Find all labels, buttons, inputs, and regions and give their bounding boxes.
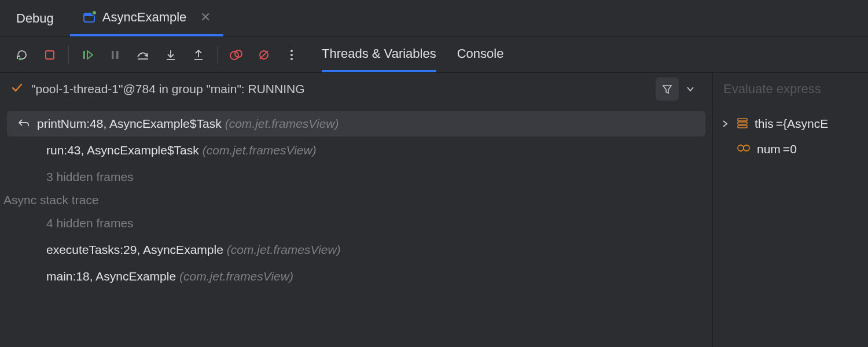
tab-threads-variables[interactable]: Threads & Variables [322, 37, 436, 72]
watches-icon [736, 142, 751, 157]
frame-method: executeTasks:29, AsyncExample [46, 243, 223, 257]
svg-rect-20 [738, 122, 747, 124]
hidden-frames-row[interactable]: 4 hidden frames [7, 211, 705, 236]
more-button[interactable] [280, 43, 303, 67]
thread-selector-bar[interactable]: "pool-1-thread-1"@784 in group "main": R… [0, 73, 712, 105]
run-config-tab[interactable]: AsyncExample ✕ [70, 0, 224, 36]
variable-value: 0 [790, 142, 797, 156]
evaluate-expression-input[interactable]: Evaluate express [713, 73, 868, 105]
pause-button[interactable] [104, 43, 127, 67]
svg-point-23 [744, 145, 749, 151]
svg-point-2 [19, 57, 21, 60]
hidden-frames-label: 3 hidden frames [46, 170, 134, 184]
thread-dropdown-icon[interactable] [679, 77, 702, 101]
svg-point-17 [290, 54, 293, 56]
frames-pane: "pool-1-thread-1"@784 in group "main": R… [0, 73, 713, 347]
variable-row[interactable]: this = {AsyncE [719, 111, 868, 136]
evaluate-placeholder: Evaluate express [723, 82, 821, 97]
frame-method: printNum:48, AsyncExample$Task [37, 117, 222, 131]
frames-list: printNum:48, AsyncExample$Task (com.jet.… [0, 105, 712, 290]
frame-method: run:43, AsyncExample$Task [46, 143, 199, 157]
svg-rect-6 [116, 51, 119, 59]
frame-row[interactable]: run:43, AsyncExample$Task (com.jet.frame… [7, 138, 705, 163]
run-config-label: AsyncExample [102, 10, 187, 25]
variable-eq: = [776, 117, 783, 131]
svg-rect-4 [83, 51, 85, 59]
toolbar-separator [68, 46, 69, 64]
frame-row[interactable]: main:18, AsyncExample (com.jet.framesVie… [7, 264, 705, 289]
mute-breakpoints-button[interactable] [252, 43, 275, 67]
async-section-label: Async stack trace [0, 191, 712, 209]
tab-console[interactable]: Console [457, 37, 504, 72]
application-icon [83, 11, 95, 24]
svg-point-18 [290, 58, 293, 60]
svg-rect-3 [46, 51, 54, 59]
variables-list: this = {AsyncE num = 0 [713, 105, 868, 162]
step-out-button[interactable] [187, 43, 210, 67]
variables-pane: Evaluate express this = {AsyncE num [713, 73, 868, 347]
svg-rect-5 [112, 51, 114, 59]
svg-rect-19 [738, 119, 747, 121]
frame-method: main:18, AsyncExample [46, 270, 176, 283]
object-icon [736, 116, 749, 132]
step-into-button[interactable] [159, 43, 182, 67]
resume-button[interactable] [76, 43, 99, 67]
hidden-frames-row[interactable]: 3 hidden frames [7, 164, 705, 190]
drop-frame-icon[interactable] [17, 116, 30, 132]
hidden-frames-label: 4 hidden frames [46, 216, 134, 230]
frame-package: (com.jet.framesView) [179, 270, 293, 283]
debugger-main: "pool-1-thread-1"@784 in group "main": R… [0, 73, 868, 347]
svg-point-12 [230, 51, 238, 60]
filter-button[interactable] [656, 77, 679, 101]
close-tab-icon[interactable]: ✕ [200, 10, 211, 25]
variable-value: {AsyncE [783, 117, 828, 131]
frame-row[interactable]: printNum:48, AsyncExample$Task (com.jet.… [7, 111, 705, 136]
frame-package: (com.jet.framesView) [227, 243, 341, 257]
variable-row[interactable]: num = 0 [719, 136, 868, 162]
expand-icon[interactable] [721, 117, 730, 131]
step-over-button[interactable] [131, 43, 155, 67]
variable-name: this [755, 117, 774, 131]
svg-point-22 [738, 145, 744, 151]
debug-header-tabs: Debug AsyncExample ✕ [0, 0, 868, 37]
debugger-toolbar: Threads & Variables Console [0, 37, 868, 73]
tool-window-title: Debug [0, 11, 70, 26]
frame-row[interactable]: executeTasks:29, AsyncExample (com.jet.f… [7, 237, 705, 263]
frame-package: (com.jet.framesView) [225, 117, 339, 131]
view-breakpoints-button[interactable] [225, 43, 248, 67]
stop-button[interactable] [38, 43, 61, 67]
frame-package: (com.jet.framesView) [203, 143, 317, 157]
svg-rect-21 [738, 125, 747, 128]
variable-eq: = [783, 142, 790, 156]
thread-name-label: "pool-1-thread-1"@784 in group "main": R… [31, 82, 656, 96]
svg-point-16 [290, 50, 293, 52]
variable-name: num [757, 142, 781, 156]
debugger-inner-tabs: Threads & Variables Console [322, 37, 503, 72]
thread-status-icon [10, 81, 23, 97]
rerun-button[interactable] [10, 43, 34, 67]
toolbar-separator [217, 46, 218, 64]
